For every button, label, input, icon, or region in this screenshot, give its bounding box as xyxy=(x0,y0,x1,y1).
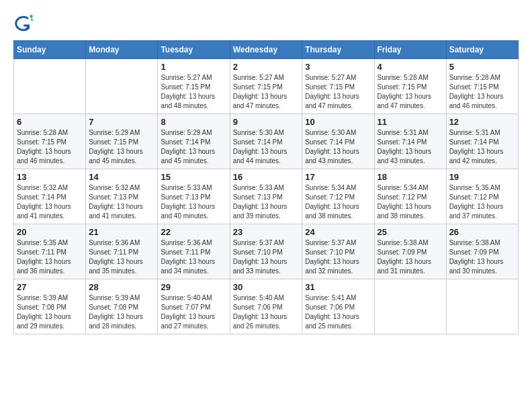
calendar-cell: 9Sunrise: 5:30 AM Sunset: 7:14 PM Daylig… xyxy=(230,114,302,169)
calendar-cell: 15Sunrise: 5:33 AM Sunset: 7:13 PM Dayli… xyxy=(158,169,230,224)
calendar-cell xyxy=(374,279,446,334)
calendar-cell: 6Sunrise: 5:28 AM Sunset: 7:15 PM Daylig… xyxy=(14,114,86,169)
calendar-week-1: 1Sunrise: 5:27 AM Sunset: 7:15 PM Daylig… xyxy=(14,59,519,114)
calendar-cell: 29Sunrise: 5:40 AM Sunset: 7:07 PM Dayli… xyxy=(158,279,230,334)
calendar-week-4: 20Sunrise: 5:35 AM Sunset: 7:11 PM Dayli… xyxy=(14,224,519,279)
calendar-cell: 27Sunrise: 5:39 AM Sunset: 7:08 PM Dayli… xyxy=(14,279,86,334)
calendar-body: 1Sunrise: 5:27 AM Sunset: 7:15 PM Daylig… xyxy=(14,59,519,334)
day-info: Sunrise: 5:32 AM Sunset: 7:14 PM Dayligh… xyxy=(17,183,83,221)
calendar-cell: 2Sunrise: 5:27 AM Sunset: 7:15 PM Daylig… xyxy=(230,59,302,114)
calendar-cell: 21Sunrise: 5:36 AM Sunset: 7:11 PM Dayli… xyxy=(86,224,158,279)
day-info: Sunrise: 5:39 AM Sunset: 7:08 PM Dayligh… xyxy=(17,293,83,331)
day-number: 16 xyxy=(233,172,300,182)
calendar-cell: 13Sunrise: 5:32 AM Sunset: 7:14 PM Dayli… xyxy=(14,169,86,224)
calendar-cell: 20Sunrise: 5:35 AM Sunset: 7:11 PM Dayli… xyxy=(14,224,86,279)
logo-icon xyxy=(13,13,34,34)
day-number: 13 xyxy=(17,172,83,182)
day-number: 23 xyxy=(233,227,300,237)
day-info: Sunrise: 5:34 AM Sunset: 7:12 PM Dayligh… xyxy=(378,183,443,221)
day-number: 18 xyxy=(378,172,443,182)
day-number: 21 xyxy=(89,227,154,237)
day-info: Sunrise: 5:40 AM Sunset: 7:06 PM Dayligh… xyxy=(233,293,300,331)
logo xyxy=(13,13,36,34)
weekday-header-thursday: Thursday xyxy=(302,41,374,59)
day-info: Sunrise: 5:41 AM Sunset: 7:06 PM Dayligh… xyxy=(305,293,371,331)
day-info: Sunrise: 5:28 AM Sunset: 7:15 PM Dayligh… xyxy=(449,73,515,111)
weekday-header-sunday: Sunday xyxy=(14,41,86,59)
calendar-cell: 7Sunrise: 5:29 AM Sunset: 7:15 PM Daylig… xyxy=(86,114,158,169)
calendar-cell: 11Sunrise: 5:31 AM Sunset: 7:14 PM Dayli… xyxy=(374,114,446,169)
day-info: Sunrise: 5:35 AM Sunset: 7:12 PM Dayligh… xyxy=(449,183,515,221)
day-number: 25 xyxy=(378,227,443,237)
calendar-cell: 22Sunrise: 5:36 AM Sunset: 7:11 PM Dayli… xyxy=(158,224,230,279)
calendar-cell: 14Sunrise: 5:32 AM Sunset: 7:13 PM Dayli… xyxy=(86,169,158,224)
calendar-cell: 26Sunrise: 5:38 AM Sunset: 7:09 PM Dayli… xyxy=(446,224,518,279)
weekday-header-friday: Friday xyxy=(374,41,446,59)
day-number: 31 xyxy=(305,282,371,292)
day-number: 7 xyxy=(89,117,154,127)
calendar-table: SundayMondayTuesdayWednesdayThursdayFrid… xyxy=(13,40,519,334)
calendar-cell xyxy=(446,279,518,334)
calendar-cell xyxy=(14,59,86,114)
calendar-header: SundayMondayTuesdayWednesdayThursdayFrid… xyxy=(14,41,519,59)
calendar-cell: 12Sunrise: 5:31 AM Sunset: 7:14 PM Dayli… xyxy=(446,114,518,169)
weekday-header-saturday: Saturday xyxy=(446,41,518,59)
day-info: Sunrise: 5:28 AM Sunset: 7:15 PM Dayligh… xyxy=(378,73,443,111)
day-number: 2 xyxy=(233,62,300,72)
calendar-cell: 28Sunrise: 5:39 AM Sunset: 7:08 PM Dayli… xyxy=(86,279,158,334)
day-number: 30 xyxy=(233,282,300,292)
day-info: Sunrise: 5:34 AM Sunset: 7:12 PM Dayligh… xyxy=(305,183,371,221)
day-info: Sunrise: 5:36 AM Sunset: 7:11 PM Dayligh… xyxy=(89,238,154,276)
day-number: 17 xyxy=(305,172,371,182)
day-info: Sunrise: 5:31 AM Sunset: 7:14 PM Dayligh… xyxy=(378,128,443,166)
day-info: Sunrise: 5:37 AM Sunset: 7:10 PM Dayligh… xyxy=(305,238,371,276)
day-info: Sunrise: 5:39 AM Sunset: 7:08 PM Dayligh… xyxy=(89,293,154,331)
calendar-cell: 3Sunrise: 5:27 AM Sunset: 7:15 PM Daylig… xyxy=(302,59,374,114)
day-info: Sunrise: 5:38 AM Sunset: 7:09 PM Dayligh… xyxy=(449,238,515,276)
calendar-cell: 5Sunrise: 5:28 AM Sunset: 7:15 PM Daylig… xyxy=(446,59,518,114)
day-number: 22 xyxy=(161,227,226,237)
calendar-cell: 25Sunrise: 5:38 AM Sunset: 7:09 PM Dayli… xyxy=(374,224,446,279)
day-info: Sunrise: 5:29 AM Sunset: 7:14 PM Dayligh… xyxy=(161,128,226,166)
day-info: Sunrise: 5:36 AM Sunset: 7:11 PM Dayligh… xyxy=(161,238,226,276)
calendar-week-2: 6Sunrise: 5:28 AM Sunset: 7:15 PM Daylig… xyxy=(14,114,519,169)
calendar-week-3: 13Sunrise: 5:32 AM Sunset: 7:14 PM Dayli… xyxy=(14,169,519,224)
calendar-cell: 17Sunrise: 5:34 AM Sunset: 7:12 PM Dayli… xyxy=(302,169,374,224)
day-info: Sunrise: 5:30 AM Sunset: 7:14 PM Dayligh… xyxy=(305,128,371,166)
day-info: Sunrise: 5:28 AM Sunset: 7:15 PM Dayligh… xyxy=(17,128,83,166)
day-number: 9 xyxy=(233,117,300,127)
day-number: 11 xyxy=(378,117,443,127)
day-number: 14 xyxy=(89,172,154,182)
day-number: 5 xyxy=(449,62,515,72)
weekday-row: SundayMondayTuesdayWednesdayThursdayFrid… xyxy=(14,41,519,59)
calendar-cell: 16Sunrise: 5:33 AM Sunset: 7:13 PM Dayli… xyxy=(230,169,302,224)
day-info: Sunrise: 5:33 AM Sunset: 7:13 PM Dayligh… xyxy=(161,183,226,221)
day-number: 1 xyxy=(161,62,226,72)
day-info: Sunrise: 5:31 AM Sunset: 7:14 PM Dayligh… xyxy=(449,128,515,166)
day-info: Sunrise: 5:38 AM Sunset: 7:09 PM Dayligh… xyxy=(378,238,443,276)
day-info: Sunrise: 5:27 AM Sunset: 7:15 PM Dayligh… xyxy=(233,73,300,111)
day-info: Sunrise: 5:40 AM Sunset: 7:07 PM Dayligh… xyxy=(161,293,226,331)
day-info: Sunrise: 5:37 AM Sunset: 7:10 PM Dayligh… xyxy=(233,238,300,276)
calendar-week-5: 27Sunrise: 5:39 AM Sunset: 7:08 PM Dayli… xyxy=(14,279,519,334)
day-number: 27 xyxy=(17,282,83,292)
day-number: 8 xyxy=(161,117,226,127)
day-number: 19 xyxy=(449,172,515,182)
calendar-cell: 24Sunrise: 5:37 AM Sunset: 7:10 PM Dayli… xyxy=(302,224,374,279)
page-header xyxy=(13,13,519,34)
day-info: Sunrise: 5:33 AM Sunset: 7:13 PM Dayligh… xyxy=(233,183,300,221)
day-number: 29 xyxy=(161,282,226,292)
day-info: Sunrise: 5:30 AM Sunset: 7:14 PM Dayligh… xyxy=(233,128,300,166)
calendar-cell: 8Sunrise: 5:29 AM Sunset: 7:14 PM Daylig… xyxy=(158,114,230,169)
day-number: 15 xyxy=(161,172,226,182)
calendar-cell: 4Sunrise: 5:28 AM Sunset: 7:15 PM Daylig… xyxy=(374,59,446,114)
calendar-cell: 18Sunrise: 5:34 AM Sunset: 7:12 PM Dayli… xyxy=(374,169,446,224)
day-info: Sunrise: 5:35 AM Sunset: 7:11 PM Dayligh… xyxy=(17,238,83,276)
day-info: Sunrise: 5:29 AM Sunset: 7:15 PM Dayligh… xyxy=(89,128,154,166)
day-number: 24 xyxy=(305,227,371,237)
day-number: 20 xyxy=(17,227,83,237)
day-info: Sunrise: 5:32 AM Sunset: 7:13 PM Dayligh… xyxy=(89,183,154,221)
calendar-cell: 23Sunrise: 5:37 AM Sunset: 7:10 PM Dayli… xyxy=(230,224,302,279)
day-number: 12 xyxy=(449,117,515,127)
day-number: 6 xyxy=(17,117,83,127)
